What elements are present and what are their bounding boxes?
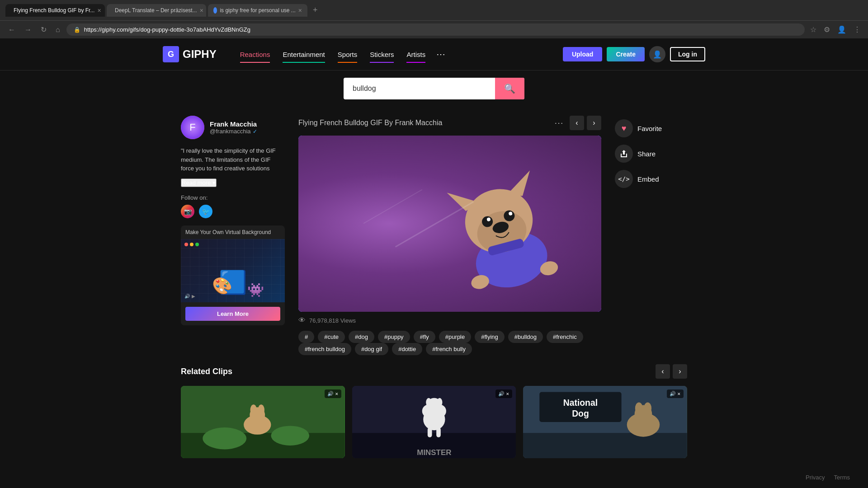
bookmark-icon[interactable]: ☆	[808, 23, 818, 36]
avatar-image: F	[181, 116, 204, 139]
back-button[interactable]: ←	[5, 24, 18, 36]
related-section: Related Clips ‹ › �	[163, 364, 705, 472]
mute-icon: ▶	[192, 294, 195, 299]
gif-nav-arrows: ‹ ›	[570, 116, 601, 130]
related-clip-1[interactable]: 🔊 ✕	[181, 386, 345, 458]
browser-nav-icons: ☆ ⚙ 👤 ⋮	[808, 23, 863, 36]
search-input[interactable]	[344, 79, 495, 98]
tag-dog-gif[interactable]: #dog gif	[355, 343, 388, 355]
dot-yellow	[190, 243, 193, 246]
refresh-button[interactable]: ↻	[38, 23, 49, 36]
tag-frenchic[interactable]: #frenchic	[547, 331, 583, 343]
tag-bulldog[interactable]: #bulldog	[508, 331, 543, 343]
nav-entertainment[interactable]: Entertainment	[277, 47, 330, 62]
related-clip-2[interactable]: MINSTER 🔊 ✕	[352, 386, 516, 458]
tab-google[interactable]: is giphy free for personal use ... ×	[208, 4, 307, 17]
search-button[interactable]: 🔍	[495, 78, 524, 99]
related-header: Related Clips ‹ ›	[181, 364, 687, 379]
vbg-volume-controls: 🔊 ▶	[184, 294, 195, 299]
profile-icon[interactable]: 👤	[835, 23, 848, 36]
tag-french-bully[interactable]: #french bully	[426, 343, 472, 355]
volume-icon-2: 🔊	[498, 391, 505, 397]
url-input[interactable]	[84, 26, 797, 33]
favorite-button[interactable]: ♥ Favorite	[615, 116, 687, 141]
artist-bio: "I really love the simplicity of the GIF…	[181, 146, 285, 173]
svg-text:National: National	[563, 398, 598, 408]
tag-flying[interactable]: #flying	[475, 331, 505, 343]
svg-text:F: F	[189, 122, 195, 133]
user-icon-button[interactable]: 👤	[649, 46, 665, 62]
forward-button[interactable]: →	[22, 24, 34, 36]
tag-purple[interactable]: #purple	[439, 331, 471, 343]
tag-dottie[interactable]: #dottie	[392, 343, 422, 355]
tag-french-bulldog[interactable]: #french bulldog	[298, 343, 351, 355]
artist-name: Frank Macchia	[210, 120, 257, 128]
prev-gif-button[interactable]: ‹	[570, 116, 584, 130]
vbg-controls	[184, 243, 199, 246]
terms-link[interactable]: Terms	[834, 474, 850, 481]
learn-more-button[interactable]: Learn More	[185, 307, 280, 321]
nav-more-button[interactable]: ⋯	[433, 45, 449, 63]
embed-icon: </>	[615, 170, 633, 188]
create-button[interactable]: Create	[607, 47, 645, 61]
tag-puppy[interactable]: #puppy	[378, 331, 410, 343]
new-tab-button[interactable]: +	[309, 4, 321, 17]
share-button[interactable]: Share	[615, 141, 687, 166]
next-related-button[interactable]: ›	[673, 364, 687, 379]
share-icon	[615, 145, 633, 163]
tab-deepl[interactable]: DeepL Translate – Der präzisest... ×	[107, 4, 206, 17]
tab-label-giphy: Flying French Bulldog GIF by Fr...	[14, 7, 94, 14]
gif-more-button[interactable]: ⋯	[552, 116, 565, 130]
svg-text:Dog: Dog	[572, 408, 589, 418]
tab-label-google: is giphy free for personal use ...	[220, 7, 295, 14]
clip-volume-3[interactable]: 🔊 ✕	[667, 389, 684, 398]
clip-thumb-1: 🔊 ✕	[181, 386, 345, 458]
tag-fly[interactable]: #fly	[414, 331, 435, 343]
login-button[interactable]: Log in	[670, 47, 705, 61]
vbg-pencil: 🎨	[212, 277, 232, 296]
svg-point-19	[250, 404, 257, 415]
read-more-button[interactable]: Read more ▾	[181, 178, 217, 187]
privacy-link[interactable]: Privacy	[806, 474, 825, 481]
gif-container	[298, 136, 601, 312]
tag-dog[interactable]: #dog	[349, 331, 374, 343]
share-label: Share	[637, 150, 656, 158]
tab-close-google[interactable]: ×	[298, 7, 302, 14]
vbg-character-small: 👾	[247, 282, 264, 298]
related-title: Related Clips	[181, 367, 232, 376]
giphy-logo[interactable]: G GIPHY	[163, 46, 217, 62]
footer: Privacy Terms	[806, 474, 850, 481]
tag-hash[interactable]: #	[298, 331, 314, 343]
embed-label: Embed	[637, 175, 659, 183]
vbg-title: Make Your Own Virtual Background	[181, 225, 285, 239]
svg-point-39	[635, 402, 643, 414]
tags-row-2: #french bulldog #dog gif #dottie #french…	[298, 343, 601, 355]
next-gif-button[interactable]: ›	[587, 116, 601, 130]
views-eye-icon: 👁	[298, 316, 306, 324]
nav-sports[interactable]: Sports	[332, 47, 363, 62]
center-panel: Flying French Bulldog GIF By Frank Macch…	[298, 116, 601, 355]
tag-cute[interactable]: #cute	[318, 331, 345, 343]
prev-related-button[interactable]: ‹	[656, 364, 670, 379]
clip-volume-1[interactable]: 🔊 ✕	[325, 389, 341, 398]
menu-icon[interactable]: ⋮	[852, 23, 863, 36]
tab-close-giphy[interactable]: ×	[97, 7, 101, 14]
tab-giphy[interactable]: Flying French Bulldog GIF by Fr... ×	[5, 4, 105, 17]
svg-point-20	[258, 404, 264, 415]
tab-close-deepl[interactable]: ×	[200, 7, 203, 14]
home-button[interactable]: ⌂	[53, 24, 63, 36]
clip-volume-2[interactable]: 🔊 ✕	[495, 389, 512, 398]
nav-reactions[interactable]: Reactions	[235, 47, 276, 62]
instagram-icon[interactable]: 📷	[181, 205, 194, 218]
nav-stickers[interactable]: Stickers	[364, 47, 399, 62]
related-clip-3[interactable]: National Dog 🔊 ✕	[523, 386, 687, 458]
nav-artists[interactable]: Artists	[401, 47, 431, 62]
embed-button[interactable]: </> Embed	[615, 166, 687, 192]
upload-button[interactable]: Upload	[563, 47, 602, 61]
svg-point-40	[644, 402, 652, 414]
follow-section: Follow on: 📷 🐦	[181, 194, 285, 218]
browser-nav-bar: ← → ↻ ⌂ 🔒 ☆ ⚙ 👤 ⋮	[0, 20, 868, 38]
twitter-icon[interactable]: 🐦	[199, 205, 212, 218]
extensions-icon[interactable]: ⚙	[822, 23, 832, 36]
tab-label-deepl: DeepL Translate – Der präzisest...	[115, 7, 197, 14]
